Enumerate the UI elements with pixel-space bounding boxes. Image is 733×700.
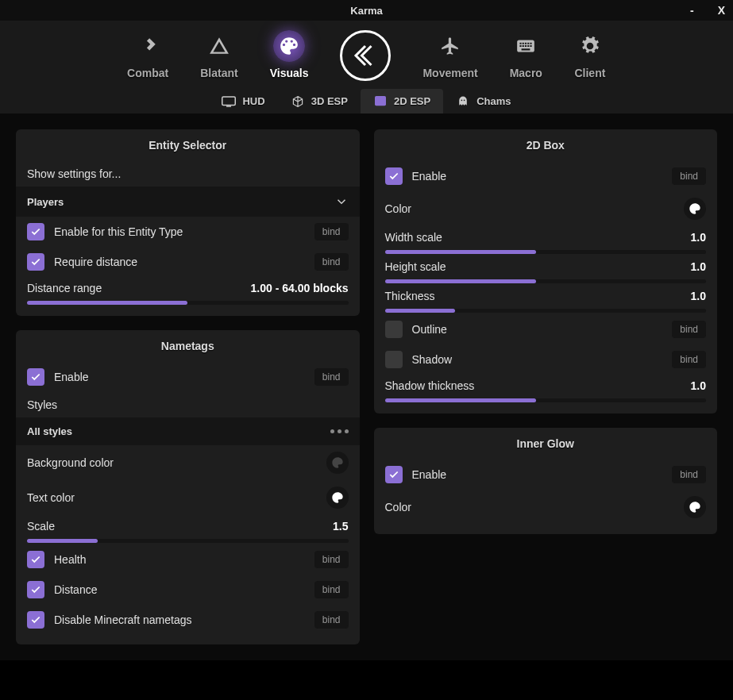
monitor-icon xyxy=(222,96,236,107)
ghost-icon xyxy=(456,96,470,107)
tab-blatant[interactable]: Blatant xyxy=(200,30,237,81)
warning-icon xyxy=(203,30,235,62)
subtab-chams[interactable]: Chams xyxy=(443,89,523,113)
bind-button[interactable]: bind xyxy=(672,321,706,338)
text-color-label: Text color xyxy=(27,491,317,504)
subtab-label: 3D ESP xyxy=(311,95,348,107)
scale-label: Scale xyxy=(27,520,333,533)
color-label: Color xyxy=(385,202,675,215)
tab-macro[interactable]: Macro xyxy=(510,30,542,81)
color-button[interactable] xyxy=(684,198,706,220)
plane-icon xyxy=(434,30,466,62)
minimize-button[interactable]: - xyxy=(690,4,694,17)
glow-enable-label: Enable xyxy=(412,468,663,481)
health-checkbox[interactable] xyxy=(27,551,44,568)
subtab-label: 2D ESP xyxy=(394,95,430,107)
logo[interactable] xyxy=(340,30,391,81)
title-text: Karma xyxy=(350,5,382,17)
height-scale-value: 1.0 xyxy=(691,260,706,273)
bind-button[interactable]: bind xyxy=(314,551,349,568)
entity-dropdown[interactable]: Players xyxy=(16,187,360,217)
distance-checkbox[interactable] xyxy=(27,581,44,598)
chevron-down-icon xyxy=(334,194,349,209)
tab-visuals[interactable]: Visuals xyxy=(270,30,309,81)
show-settings-label: Show settings for... xyxy=(27,167,349,180)
title-bar: Karma - X xyxy=(0,0,733,21)
tab-client[interactable]: Client xyxy=(574,30,606,81)
text-color-button[interactable] xyxy=(326,487,349,509)
height-scale-label: Height scale xyxy=(385,260,691,273)
subtab-2desp[interactable]: 2D ESP xyxy=(361,89,443,113)
tab-label: Blatant xyxy=(200,67,237,79)
glow-enable-checkbox[interactable] xyxy=(385,466,403,483)
enable-entity-type-checkbox[interactable] xyxy=(27,223,44,240)
bg-color-button[interactable] xyxy=(326,452,349,474)
thickness-label: Thickness xyxy=(385,290,691,302)
distance-range-label: Distance range xyxy=(27,282,251,294)
nametags-enable-label: Enable xyxy=(54,371,305,383)
bind-button[interactable]: bind xyxy=(314,253,349,271)
shadow-thickness-label: Shadow thickness xyxy=(385,379,691,392)
tab-label: Client xyxy=(574,67,605,79)
nav: Combat Blatant Visuals Movement Macro Cl… xyxy=(0,21,733,113)
thickness-value: 1.0 xyxy=(691,290,706,302)
subtab-label: Chams xyxy=(476,95,511,107)
dots-icon xyxy=(330,429,349,433)
keyboard-icon xyxy=(510,30,542,62)
shadow-thickness-slider[interactable] xyxy=(385,398,707,402)
nametags-enable-checkbox[interactable] xyxy=(27,368,44,386)
subtab-3desp[interactable]: 3D ESP xyxy=(278,89,361,113)
distance-range-slider[interactable] xyxy=(27,301,349,305)
outline-checkbox[interactable] xyxy=(385,321,403,338)
bind-button[interactable]: bind xyxy=(314,368,349,386)
health-label: Health xyxy=(54,553,305,566)
palette-icon xyxy=(273,30,305,62)
width-scale-slider[interactable] xyxy=(385,250,707,254)
disable-mc-label: Disable Minecraft nametags xyxy=(54,613,305,626)
styles-label: Styles xyxy=(27,398,349,411)
bind-button[interactable]: bind xyxy=(314,611,349,629)
inner-glow-panel: Inner Glow Enable bind Color xyxy=(374,428,718,534)
combat-icon xyxy=(132,30,164,62)
shadow-checkbox[interactable] xyxy=(385,351,403,368)
tab-movement[interactable]: Movement xyxy=(422,30,477,81)
require-distance-checkbox[interactable] xyxy=(27,253,44,271)
2dbox-enable-label: Enable xyxy=(412,170,663,183)
subtab-label: HUD xyxy=(242,95,264,107)
disable-mc-checkbox[interactable] xyxy=(27,611,44,629)
scale-value: 1.5 xyxy=(333,520,348,533)
svg-rect-0 xyxy=(222,97,236,106)
panel-title: Nametags xyxy=(16,330,360,362)
panel-title: 2D Box xyxy=(374,129,718,161)
enable-entity-type-label: Enable for this Entity Type xyxy=(54,225,305,238)
bind-button[interactable]: bind xyxy=(314,223,349,240)
2dbox-enable-checkbox[interactable] xyxy=(385,167,403,185)
cube-icon xyxy=(291,96,305,107)
dropdown-value: All styles xyxy=(27,425,72,437)
square-icon xyxy=(373,96,388,107)
distance-range-value: 1.00 - 64.00 blocks xyxy=(251,282,349,294)
glow-color-button[interactable] xyxy=(684,496,706,518)
subtab-hud[interactable]: HUD xyxy=(209,89,277,113)
bg-color-label: Background color xyxy=(27,456,317,469)
tab-label: Visuals xyxy=(270,67,309,79)
gear-icon xyxy=(574,30,606,62)
bind-button[interactable]: bind xyxy=(672,466,706,483)
bind-button[interactable]: bind xyxy=(672,167,706,185)
tab-label: Movement xyxy=(422,67,477,79)
nametags-panel: Nametags Enable bind Styles All styles B… xyxy=(16,330,360,644)
panel-title: Inner Glow xyxy=(374,428,718,460)
bind-button[interactable]: bind xyxy=(672,351,706,368)
tab-combat[interactable]: Combat xyxy=(127,30,168,81)
svg-rect-2 xyxy=(375,96,386,106)
close-button[interactable]: X xyxy=(718,4,725,17)
width-scale-value: 1.0 xyxy=(691,231,706,244)
shadow-label: Shadow xyxy=(412,353,663,366)
glow-color-label: Color xyxy=(385,501,675,513)
styles-dropdown[interactable]: All styles xyxy=(16,417,360,445)
bind-button[interactable]: bind xyxy=(314,581,349,598)
scale-slider[interactable] xyxy=(27,539,349,543)
height-scale-slider[interactable] xyxy=(385,279,707,283)
thickness-slider[interactable] xyxy=(385,309,707,313)
outline-label: Outline xyxy=(412,323,663,336)
